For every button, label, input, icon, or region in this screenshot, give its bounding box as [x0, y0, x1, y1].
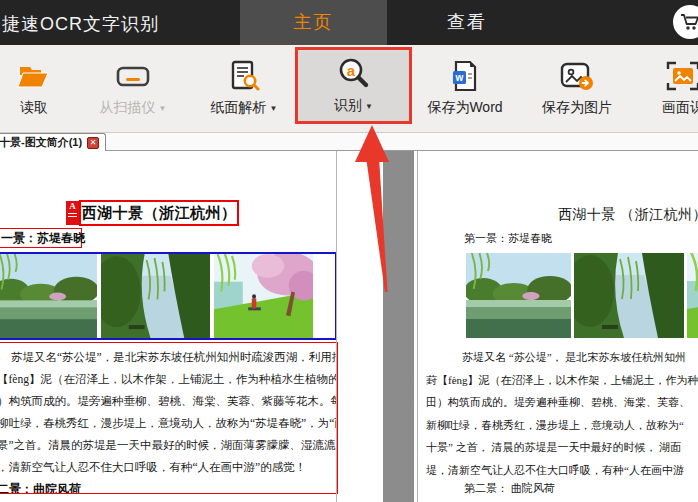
right-section1-heading: 第一景：苏堤春晓 [464, 231, 552, 246]
recognize-magnifier-icon: a [336, 55, 372, 93]
paragraph-line: 柳吐绿，春桃秀红，漫步堤上，意境动人，故称为“苏堤春晓”，为“西湖 [0, 412, 337, 434]
photo-willow-canal [574, 253, 684, 338]
read-button[interactable]: 读取 [4, 49, 64, 127]
paragraph-line: 葑【fèng】泥（在沼泽上，以木作架，上铺泥土，作为种植 [426, 369, 698, 392]
toolbar: 读取 从扫描仪▼ 纸面解析▼ [0, 45, 698, 133]
paragraph-line: 【fèng】泥（在沼泽上，以木作架，上铺泥土，作为种植水生植物的农田，叫葑 [0, 368, 337, 390]
paragraph-region-box: 苏堤又名“苏公堤”，是北宋苏东坡任杭州知州时疏浚西湖，利用挖出的 【fèng】泥… [0, 342, 338, 494]
left-page-title: 西湖十景（浙江杭州） [82, 204, 237, 223]
read-label: 读取 [20, 99, 48, 115]
photo-lake-willows [0, 254, 97, 338]
save-as-word-label: 保存为Word [427, 99, 502, 115]
scanner-icon [115, 57, 151, 95]
svg-text:a: a [346, 62, 355, 79]
paper-analysis-label: 纸面解析 [211, 99, 267, 115]
right-section2-heading: 第二景： 曲院风荷 [464, 481, 555, 496]
document-tab-label: 十景-图文简介(1) [0, 135, 82, 150]
right-page-title: 西湖十景 （浙江杭州） [558, 206, 698, 224]
cart-icon [679, 11, 698, 33]
paper-analysis-button[interactable]: 纸面解析▼ [203, 49, 285, 127]
content-area: A 西湖十景（浙江杭州） 一景：苏堤春晓 [0, 151, 698, 502]
save-as-word-button[interactable]: w 保存为Word [420, 49, 510, 127]
screen-recognize-button[interactable]: 画面识 [633, 49, 698, 127]
document-tab[interactable]: 十景-图文简介(1) ✕ [0, 133, 106, 151]
image-region-box [0, 252, 337, 340]
image-export-icon [559, 57, 595, 95]
ribbon-tab-view[interactable]: 查看 [387, 0, 547, 45]
from-scanner-label: 从扫描仪 [100, 99, 156, 115]
dropdown-arrow-icon: ▼ [365, 102, 373, 111]
svg-text:w: w [455, 72, 464, 83]
left-section2-heading: 二景：曲院风荷 [0, 481, 337, 494]
from-scanner-button[interactable]: 从扫描仪▼ [92, 49, 174, 127]
recognize-button[interactable]: a 识别▼ [295, 47, 412, 124]
result-image-row [466, 253, 698, 338]
photo-willow-canal [101, 254, 210, 338]
app-window: 捷速OCR文字识别 主页 查看 读取 [0, 0, 698, 502]
photo-blossom-park [687, 253, 698, 338]
paragraph-line: 景”之首。清晨的苏堤是一天中最好的时候，湖面薄雾朦朦、湿漉漉露水满 [0, 434, 337, 456]
paragraph-line: 苏堤又名 “苏公堤”， 是北宋苏东坡任杭州知州 [426, 346, 698, 369]
page-edge-divider [336, 151, 337, 502]
title-region-box: 西湖十景（浙江杭州） [79, 200, 239, 226]
tab-close-icon[interactable]: ✕ [87, 137, 99, 149]
dropdown-arrow-icon: ▼ [270, 104, 278, 113]
app-title: 捷速OCR文字识别 [2, 12, 159, 36]
text-region-marker-icon: A [66, 201, 79, 225]
word-document-icon: w [449, 57, 481, 95]
result-paragraph: 苏堤又名 “苏公堤”， 是北宋苏东坡任杭州知州 葑【fèng】泥（在沼泽上，以木… [426, 346, 698, 481]
save-as-image-button[interactable]: 保存为图片 [535, 49, 619, 127]
open-folder-icon [17, 57, 51, 95]
ribbon-tab-home[interactable]: 主页 [240, 0, 387, 45]
original-document-pane: A 西湖十景（浙江杭州） 一景：苏堤春晓 [0, 151, 383, 502]
photo-blossom-park [214, 254, 313, 338]
screen-recognize-label: 画面识 [662, 99, 698, 115]
paragraph-line: 新柳吐绿，春桃秀红，漫步堤上，意境动人，故称为“ [426, 414, 698, 437]
ocr-result-pane: 西湖十景 （浙江杭州） 第一景：苏堤春晓 [417, 151, 698, 502]
paragraph-line: ）构筑而成的。堤旁遍种垂柳、碧桃、海棠、芙蓉、紫藤等花木。每到春季， [0, 390, 337, 412]
paragraph-line: 苏堤又名“苏公堤”，是北宋苏东坡任杭州知州时疏浚西湖，利用挖出的 [0, 346, 337, 368]
left-section1-heading: 一景：苏堤春晓 [1, 230, 85, 247]
recognize-label: 识别 [334, 97, 362, 113]
section1-region-box: 一景：苏堤春晓 [0, 228, 82, 248]
titlebar: 捷速OCR文字识别 主页 查看 [0, 0, 698, 45]
document-magnifier-icon [227, 57, 261, 95]
photo-lake-willows [466, 253, 571, 338]
paragraph-line: 田）构筑而成的。堤旁遍种垂柳、碧桃、海棠、芙蓉、 [426, 391, 698, 414]
pane-splitter[interactable] [383, 151, 414, 502]
paragraph-line: ，清新空气让人忍不住大口呼吸，有种“人在画中游”的感觉！ [0, 456, 337, 478]
paragraph-line: 十景” 之首， 清晨的苏堤是一天中最好的时候， 湖面 [426, 436, 698, 459]
cart-button[interactable] [673, 5, 698, 39]
paragraph-line: 堤，清新空气让人忍不住大口呼吸，有种“人在画中游 [426, 459, 698, 482]
frame-image-icon [665, 57, 698, 95]
dropdown-arrow-icon: ▼ [159, 104, 167, 113]
save-as-image-label: 保存为图片 [542, 99, 612, 115]
document-tabbar: 十景-图文简介(1) ✕ [0, 133, 698, 151]
